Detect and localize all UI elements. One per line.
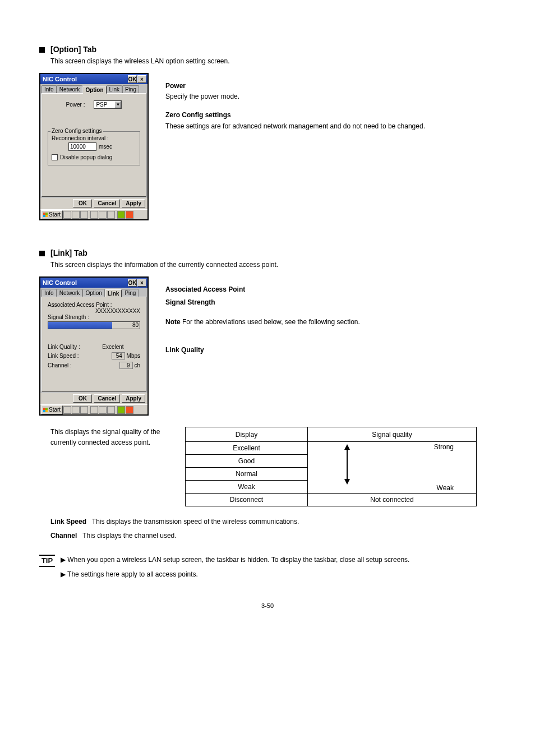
speed-unit: Mbps [127,353,140,359]
ap-value: XXXXXXXXXXXX [48,308,140,314]
note-text: For the abbreviations used below, see th… [182,318,360,326]
tip-line: ▶ The settings here apply to all access … [61,569,496,580]
qtable-cell: Normal [186,468,308,481]
zero-config-legend: Zero Config settings [50,128,103,134]
section-option-desc: This screen displays the wireless LAN op… [50,56,496,66]
tray-icon[interactable] [72,211,80,219]
qtable-arrow-cell: Strong Weak [307,442,476,494]
quality-caption: This displays the signal quality of the … [39,427,163,448]
ap-side-label: Associated Access Point [165,284,496,295]
tab-link[interactable]: Link [107,85,122,93]
window-title: NIC Control [43,279,77,286]
tray-icon[interactable] [126,406,133,414]
tray-icon[interactable] [80,211,88,219]
tray-icon[interactable] [107,211,115,219]
nic-window-link: NIC Control OK × Info Network Option Lin… [39,276,149,416]
tab-option[interactable]: Option [82,289,104,297]
disable-popup-checkbox[interactable] [52,154,58,160]
zero-side-text: These settings are for advanced network … [165,121,496,132]
link-panel: Associated Access Point : XXXXXXXXXXXX S… [41,297,146,392]
titlebar: NIC Control OK × [40,74,147,84]
power-value: PSP [96,102,107,108]
bullet-icon [39,251,45,256]
tray-icon[interactable] [63,406,71,414]
section-link-title: [Link] Tab [50,248,87,257]
power-label: Power : [66,102,85,108]
tray-icon[interactable] [63,211,71,219]
speed-label: Link Speed : [48,353,79,359]
taskbar: Start [40,209,147,219]
tray-icon[interactable] [99,211,107,219]
windows-logo-icon [43,408,48,412]
start-button[interactable]: Start [41,405,63,414]
note-head: Note [165,318,181,326]
ok-button[interactable]: OK [73,394,92,403]
apply-button[interactable]: Apply [122,394,145,403]
final-label-channel: Channel [50,532,77,540]
ap-label: Associated Access Point : [48,302,140,308]
power-side-text: Specify the power mode. [165,91,496,102]
dialog-buttons: OK Cancel Apply [40,198,147,209]
tray-icon[interactable] [90,211,98,219]
taskbar: Start [40,404,147,414]
tip-block: TIP ▶ When you open a wireless LAN setup… [39,555,496,579]
tray-icon[interactable] [90,406,98,414]
tip-icon: TIP [39,555,55,567]
tray-icon[interactable] [126,211,133,219]
start-label: Start [49,407,61,413]
ok-button[interactable]: OK [73,199,92,208]
chevron-down-icon: ▼ [114,101,121,108]
start-button[interactable]: Start [41,210,63,219]
tray-icon[interactable] [117,211,125,219]
tab-network[interactable]: Network [57,85,83,93]
qtable-strong: Strong [434,443,454,451]
channel-value: 9 [119,362,133,369]
tray-icon[interactable] [72,406,80,414]
cancel-button[interactable]: Cancel [94,199,120,208]
section-link-desc: This screen displays the information of … [50,260,496,270]
reconnection-unit: msec [99,144,112,150]
tab-link[interactable]: Link [105,289,122,297]
zero-side-label: Zero Config settings [165,110,496,121]
tab-option[interactable]: Option [82,86,106,94]
apply-button[interactable]: Apply [122,199,145,208]
quality-value: Excelent [86,344,140,350]
tab-ping[interactable]: Ping [122,289,139,297]
final-text-channel: This displays the channel used. [82,532,176,540]
tab-network[interactable]: Network [57,289,83,297]
power-select[interactable]: PSP ▼ [94,100,122,109]
final-label-speed: Link Speed [50,518,86,525]
qtable-cell: Not connected [307,494,476,506]
option-side-text: Power Specify the power mode. Zero Confi… [165,73,496,132]
ok-title-button[interactable]: OK [128,75,137,83]
reconnection-input[interactable]: 10000 [68,142,96,151]
tray-icon[interactable] [99,406,107,414]
tab-info[interactable]: Info [41,289,57,297]
cancel-button[interactable]: Cancel [94,394,120,403]
power-side-label: Power [165,81,496,91]
zero-config-group: Zero Config settings Reconnection interv… [48,131,140,165]
option-row: NIC Control OK × Info Network Option Lin… [39,73,496,220]
start-label: Start [49,211,61,218]
close-button[interactable]: × [137,75,146,83]
tray-icon[interactable] [107,406,115,414]
link-row: NIC Control OK × Info Network Option Lin… [39,276,496,416]
tabstrip: Info Network Option Link Ping [40,288,147,297]
qtable-cell: Weak [186,481,308,494]
tab-info[interactable]: Info [41,85,57,93]
signal-label: Signal Strength : [48,314,140,320]
tip-line: ▶ When you open a wireless LAN setup scr… [61,555,496,565]
dialog-buttons: OK Cancel Apply [40,393,147,404]
link-side-text: Associated Access Point Signal Strength … [165,276,496,356]
quality-label: Link Quality : [48,344,80,350]
close-button[interactable]: × [137,279,146,287]
signal-side-label: Signal Strength [165,297,496,308]
tab-ping[interactable]: Ping [122,85,139,93]
ok-title-button[interactable]: OK [128,279,137,287]
tray-icon[interactable] [80,406,88,414]
double-arrow-icon [342,444,353,485]
tabstrip: Info Network Option Link Ping [40,84,147,93]
qtable-header-quality: Signal quality [307,427,476,442]
section-option-head: [Option] Tab [39,45,496,54]
tray-icon[interactable] [117,406,125,414]
